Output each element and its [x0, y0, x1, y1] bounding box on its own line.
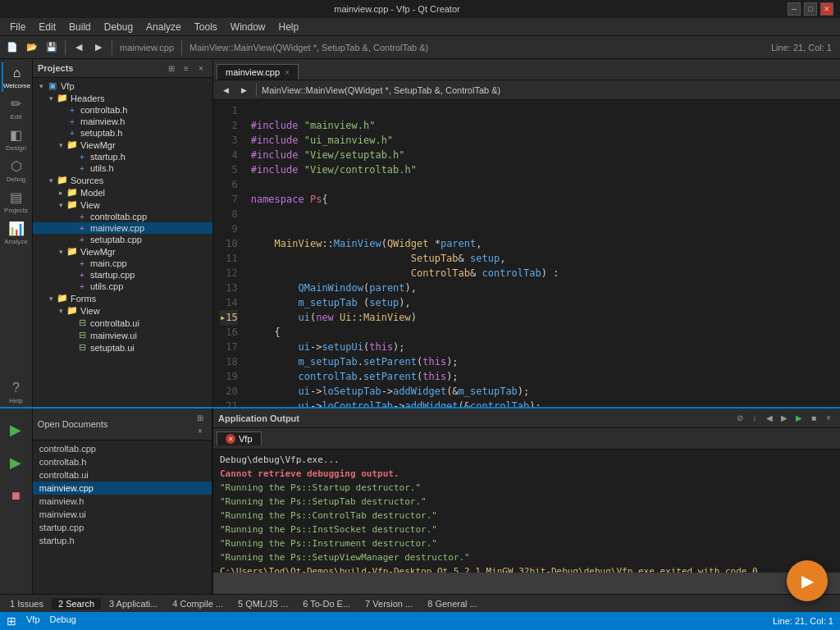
sidebar-design[interactable]: ◧ Design [2, 125, 31, 154]
sidebar-welcome[interactable]: ⌂ Welcome [2, 62, 31, 92]
tab-qmljs[interactable]: 5 QML/JS ... [231, 598, 294, 609]
output-fwd-btn[interactable]: ▶ [778, 412, 791, 425]
menu-window[interactable]: Window [224, 20, 272, 34]
tree-item-mainview-cpp[interactable]: + mainview.cpp [33, 222, 212, 234]
run-floating-button[interactable]: ▶ [787, 560, 828, 601]
tree-item-utils-cpp[interactable]: + utils.cpp [33, 281, 212, 292]
panel-close-btn[interactable]: × [194, 62, 208, 75]
file-icon-utils-cpp: + [75, 281, 89, 291]
tree-item-setuptab-h[interactable]: + setuptab.h [33, 127, 212, 139]
tree-item-vfp[interactable]: ▾ ▣ Vfp [33, 80, 212, 92]
menu-help[interactable]: Help [272, 20, 306, 34]
tab-todo[interactable]: 6 To-Do E... [296, 598, 357, 609]
debug-btn-small[interactable]: ▶ [1, 448, 30, 477]
status-location: Line: 21, Col: 1 [773, 616, 833, 626]
toolbar-forward[interactable]: ▶ [89, 39, 107, 57]
output-back-btn[interactable]: ◀ [763, 412, 776, 425]
folder-icon-headers: 📁 [56, 93, 69, 103]
tab-mainview-cpp[interactable]: mainview.cpp × [217, 64, 299, 80]
sidebar-analyze[interactable]: 📊 Analyze [2, 218, 31, 248]
tab-compile[interactable]: 4 Compile ... [166, 598, 230, 609]
tree-item-controltab-h[interactable]: + controltab.h [33, 104, 212, 116]
file-tree: ▾ ▣ Vfp ▾ 📁 Headers + controltab.h [33, 78, 212, 407]
sidebar-projects[interactable]: ▤ Projects [2, 187, 31, 217]
tab-version[interactable]: 7 Version ... [358, 598, 419, 609]
tree-item-main-cpp[interactable]: + main.cpp [33, 258, 212, 269]
menu-debug[interactable]: Debug [98, 20, 139, 34]
tree-item-startup-h[interactable]: + startup.h [33, 151, 212, 162]
doc-startup-h[interactable]: startup.h [33, 534, 212, 547]
tree-label-vfp: Vfp [61, 81, 75, 91]
file-icon-controltab-ui: ⊟ [75, 317, 89, 328]
tree-item-controltab-ui[interactable]: ⊟ controltab.ui [33, 317, 212, 329]
tree-arrow-model: ▸ [56, 189, 66, 197]
tree-item-forms[interactable]: ▾ 📁 Forms [33, 292, 212, 304]
panel-filter-btn[interactable]: ≡ [180, 62, 193, 75]
output-text[interactable]: Debug\debug\Vfp.exe... Cannot retrieve d… [213, 450, 840, 573]
folder-icon-forms: 📁 [56, 293, 69, 304]
panel-split-btn[interactable]: ⊞ [165, 62, 178, 75]
status-taskbar-icon: ⊞ [7, 614, 16, 628]
editor-forward-btn[interactable]: ▶ [236, 83, 251, 98]
menu-file[interactable]: File [3, 20, 32, 34]
open-docs-split[interactable]: ⊞ [194, 411, 207, 424]
toolbar-back[interactable]: ◀ [70, 39, 88, 57]
sidebar-help[interactable]: ? Help [2, 377, 31, 407]
tab-issues[interactable]: 1 Issues [3, 598, 50, 609]
output-line-4: "Running the Ps::SetupTab destructor." [220, 495, 833, 509]
menu-tools[interactable]: Tools [188, 20, 224, 34]
tree-item-mainview-h[interactable]: + mainview.h [33, 116, 212, 127]
tree-label-startup-h: startup.h [90, 152, 126, 162]
open-docs-close[interactable]: × [194, 424, 207, 437]
tree-item-headers[interactable]: ▾ 📁 Headers [33, 92, 212, 104]
vfp-output-tab[interactable]: ✕ Vfp [217, 431, 262, 445]
tab-general[interactable]: 8 General ... [421, 598, 484, 609]
tab-close-mainview[interactable]: × [285, 68, 290, 77]
output-scroll-btn[interactable]: ↓ [748, 412, 761, 425]
menu-analyze[interactable]: Analyze [139, 20, 188, 34]
toolbar-save[interactable]: 💾 [43, 39, 61, 57]
tree-item-setuptab-cpp[interactable]: + setuptab.cpp [33, 234, 212, 245]
run-btn-small[interactable]: ▶ [1, 415, 30, 445]
menu-build[interactable]: Build [62, 20, 98, 34]
tree-item-viewmgr[interactable]: ▾ 📁 ViewMgr [33, 139, 212, 151]
doc-controltab-ui[interactable]: controltab.ui [33, 468, 212, 482]
doc-mainview-h[interactable]: mainview.h [33, 495, 212, 508]
sidebar-debug[interactable]: ⬡ Debug [2, 156, 31, 185]
toolbar-open[interactable]: 📂 [23, 39, 41, 57]
doc-mainview-ui[interactable]: mainview.ui [33, 508, 212, 521]
stop-btn-small[interactable]: ■ [1, 481, 30, 510]
doc-mainview-cpp[interactable]: mainview.cpp [33, 482, 212, 495]
tab-search[interactable]: 2 Search [52, 598, 101, 609]
stop-output-btn[interactable]: ■ [807, 412, 820, 425]
run-output-btn[interactable]: ▶ [792, 412, 806, 425]
code-content[interactable]: #include "mainview.h" #include "ui_mainv… [244, 100, 840, 407]
doc-startup-cpp[interactable]: startup.cpp [33, 521, 212, 534]
output-clear-btn[interactable]: ⊘ [733, 412, 746, 425]
doc-controltab-h[interactable]: controltab.h [33, 455, 212, 468]
tree-item-startup-cpp[interactable]: + startup.cpp [33, 269, 212, 281]
tree-item-mainview-ui[interactable]: ⊟ mainview.ui [33, 329, 212, 341]
output-close-btn[interactable]: × [822, 412, 835, 425]
doc-controltab-cpp[interactable]: controltab.cpp [33, 442, 212, 455]
sidebar-edit[interactable]: ✏ Edit [2, 94, 31, 123]
maximize-button[interactable]: □ [804, 2, 817, 16]
close-button[interactable]: ✕ [820, 2, 833, 16]
tree-item-utils-h[interactable]: + utils.h [33, 162, 212, 174]
menu-edit[interactable]: Edit [32, 20, 62, 34]
minimize-button[interactable]: ─ [788, 2, 801, 16]
code-view[interactable]: 12345 678910 11121314 ▸15 1617181920 21 … [213, 100, 840, 407]
tab-application[interactable]: 3 Applicati... [103, 598, 164, 609]
tree-item-viewmgr-src[interactable]: ▾ 📁 ViewMgr [33, 245, 212, 258]
tree-item-setuptab-ui[interactable]: ⊟ setuptab.ui [33, 341, 212, 354]
tree-item-view-src[interactable]: ▾ 📁 View [33, 199, 212, 211]
editor-tabs: mainview.cpp × [213, 59, 840, 80]
tree-item-view-forms[interactable]: ▾ 📁 View [33, 304, 212, 317]
editor-back-btn[interactable]: ◀ [218, 83, 233, 98]
tree-label-mainview-h: mainview.h [80, 116, 125, 126]
tree-item-controltab-cpp[interactable]: + controltab.cpp [33, 211, 212, 222]
vfp-tab-close-icon[interactable]: ✕ [226, 434, 235, 444]
tree-item-sources[interactable]: ▾ 📁 Sources [33, 174, 212, 186]
toolbar-new[interactable]: 📄 [3, 39, 21, 57]
tree-item-model[interactable]: ▸ 📁 Model [33, 186, 212, 199]
